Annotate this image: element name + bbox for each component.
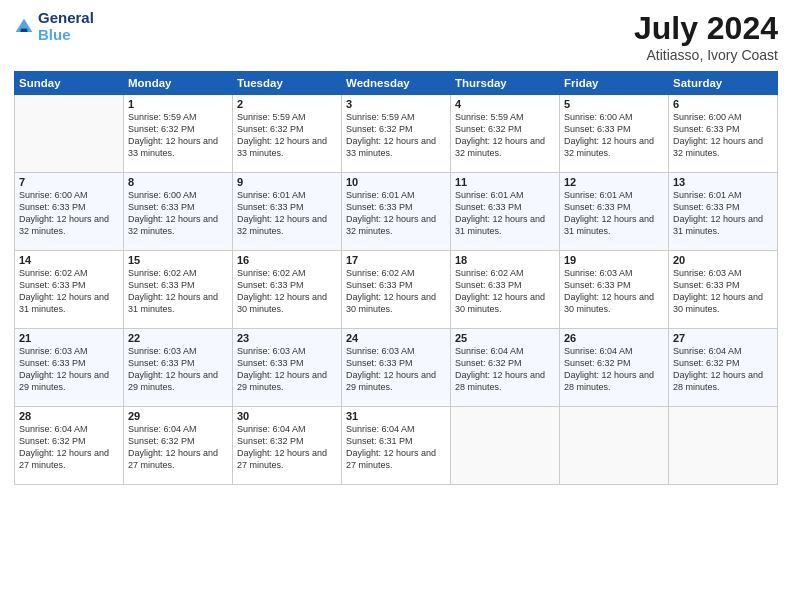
day-detail: Sunrise: 6:03 AMSunset: 6:33 PMDaylight:… [237, 345, 337, 394]
daylight-text: Daylight: 12 hours and 29 minutes. [19, 369, 119, 393]
week-row-3: 14Sunrise: 6:02 AMSunset: 6:33 PMDayligh… [15, 251, 778, 329]
daylight-text: Daylight: 12 hours and 32 minutes. [128, 213, 228, 237]
day-detail: Sunrise: 6:02 AMSunset: 6:33 PMDaylight:… [455, 267, 555, 316]
cell-1-2: 9Sunrise: 6:01 AMSunset: 6:33 PMDaylight… [233, 173, 342, 251]
day-detail: Sunrise: 6:00 AMSunset: 6:33 PMDaylight:… [564, 111, 664, 160]
day-detail: Sunrise: 6:04 AMSunset: 6:32 PMDaylight:… [564, 345, 664, 394]
sunrise-text: Sunrise: 6:03 AM [346, 345, 446, 357]
cell-3-6: 27Sunrise: 6:04 AMSunset: 6:32 PMDayligh… [669, 329, 778, 407]
daylight-text: Daylight: 12 hours and 28 minutes. [673, 369, 773, 393]
daylight-text: Daylight: 12 hours and 30 minutes. [564, 291, 664, 315]
daylight-text: Daylight: 12 hours and 31 minutes. [564, 213, 664, 237]
sunrise-text: Sunrise: 6:03 AM [237, 345, 337, 357]
week-row-2: 7Sunrise: 6:00 AMSunset: 6:33 PMDaylight… [15, 173, 778, 251]
sunset-text: Sunset: 6:33 PM [564, 279, 664, 291]
week-row-5: 28Sunrise: 6:04 AMSunset: 6:32 PMDayligh… [15, 407, 778, 485]
day-detail: Sunrise: 5:59 AMSunset: 6:32 PMDaylight:… [128, 111, 228, 160]
day-detail: Sunrise: 5:59 AMSunset: 6:32 PMDaylight:… [346, 111, 446, 160]
sunset-text: Sunset: 6:33 PM [128, 357, 228, 369]
col-tuesday: Tuesday [233, 72, 342, 95]
daylight-text: Daylight: 12 hours and 30 minutes. [455, 291, 555, 315]
sunrise-text: Sunrise: 6:01 AM [564, 189, 664, 201]
day-number: 1 [128, 98, 228, 110]
day-number: 13 [673, 176, 773, 188]
location-subtitle: Atitiasso, Ivory Coast [634, 47, 778, 63]
day-detail: Sunrise: 6:01 AMSunset: 6:33 PMDaylight:… [564, 189, 664, 238]
day-detail: Sunrise: 6:00 AMSunset: 6:33 PMDaylight:… [128, 189, 228, 238]
logo-icon [14, 17, 34, 37]
sunrise-text: Sunrise: 6:00 AM [19, 189, 119, 201]
day-detail: Sunrise: 6:03 AMSunset: 6:33 PMDaylight:… [564, 267, 664, 316]
day-number: 28 [19, 410, 119, 422]
col-thursday: Thursday [451, 72, 560, 95]
day-detail: Sunrise: 6:02 AMSunset: 6:33 PMDaylight:… [128, 267, 228, 316]
sunrise-text: Sunrise: 6:04 AM [455, 345, 555, 357]
cell-4-3: 31Sunrise: 6:04 AMSunset: 6:31 PMDayligh… [342, 407, 451, 485]
sunrise-text: Sunrise: 6:04 AM [564, 345, 664, 357]
sunset-text: Sunset: 6:33 PM [128, 201, 228, 213]
main-container: General Blue July 2024 Atitiasso, Ivory … [0, 0, 792, 495]
sunset-text: Sunset: 6:32 PM [455, 357, 555, 369]
daylight-text: Daylight: 12 hours and 32 minutes. [237, 213, 337, 237]
sunrise-text: Sunrise: 6:04 AM [19, 423, 119, 435]
daylight-text: Daylight: 12 hours and 28 minutes. [455, 369, 555, 393]
day-number: 17 [346, 254, 446, 266]
cell-1-3: 10Sunrise: 6:01 AMSunset: 6:33 PMDayligh… [342, 173, 451, 251]
sunrise-text: Sunrise: 6:03 AM [673, 267, 773, 279]
day-number: 7 [19, 176, 119, 188]
cell-1-6: 13Sunrise: 6:01 AMSunset: 6:33 PMDayligh… [669, 173, 778, 251]
day-detail: Sunrise: 6:01 AMSunset: 6:33 PMDaylight:… [237, 189, 337, 238]
cell-4-4 [451, 407, 560, 485]
cell-4-6 [669, 407, 778, 485]
sunrise-text: Sunrise: 6:03 AM [564, 267, 664, 279]
col-saturday: Saturday [669, 72, 778, 95]
cell-2-0: 14Sunrise: 6:02 AMSunset: 6:33 PMDayligh… [15, 251, 124, 329]
sunset-text: Sunset: 6:32 PM [19, 435, 119, 447]
daylight-text: Daylight: 12 hours and 29 minutes. [128, 369, 228, 393]
day-detail: Sunrise: 6:03 AMSunset: 6:33 PMDaylight:… [346, 345, 446, 394]
sunset-text: Sunset: 6:33 PM [237, 279, 337, 291]
day-number: 21 [19, 332, 119, 344]
col-wednesday: Wednesday [342, 72, 451, 95]
cell-4-2: 30Sunrise: 6:04 AMSunset: 6:32 PMDayligh… [233, 407, 342, 485]
sunrise-text: Sunrise: 6:02 AM [237, 267, 337, 279]
sunset-text: Sunset: 6:33 PM [455, 201, 555, 213]
sunrise-text: Sunrise: 5:59 AM [237, 111, 337, 123]
cell-1-5: 12Sunrise: 6:01 AMSunset: 6:33 PMDayligh… [560, 173, 669, 251]
cell-3-5: 26Sunrise: 6:04 AMSunset: 6:32 PMDayligh… [560, 329, 669, 407]
sunset-text: Sunset: 6:33 PM [346, 201, 446, 213]
svg-rect-1 [21, 28, 28, 31]
sunrise-text: Sunrise: 6:01 AM [346, 189, 446, 201]
day-detail: Sunrise: 6:03 AMSunset: 6:33 PMDaylight:… [673, 267, 773, 316]
day-number: 3 [346, 98, 446, 110]
day-detail: Sunrise: 6:00 AMSunset: 6:33 PMDaylight:… [19, 189, 119, 238]
sunset-text: Sunset: 6:33 PM [455, 279, 555, 291]
day-detail: Sunrise: 5:59 AMSunset: 6:32 PMDaylight:… [237, 111, 337, 160]
daylight-text: Daylight: 12 hours and 27 minutes. [237, 447, 337, 471]
day-number: 5 [564, 98, 664, 110]
daylight-text: Daylight: 12 hours and 31 minutes. [455, 213, 555, 237]
logo: General Blue [14, 10, 94, 43]
sunrise-text: Sunrise: 6:04 AM [128, 423, 228, 435]
cell-3-2: 23Sunrise: 6:03 AMSunset: 6:33 PMDayligh… [233, 329, 342, 407]
sunset-text: Sunset: 6:33 PM [237, 357, 337, 369]
cell-1-1: 8Sunrise: 6:00 AMSunset: 6:33 PMDaylight… [124, 173, 233, 251]
sunset-text: Sunset: 6:32 PM [237, 435, 337, 447]
daylight-text: Daylight: 12 hours and 28 minutes. [564, 369, 664, 393]
calendar-table: Sunday Monday Tuesday Wednesday Thursday… [14, 71, 778, 485]
day-number: 27 [673, 332, 773, 344]
logo-text: General Blue [38, 10, 94, 43]
day-number: 30 [237, 410, 337, 422]
sunset-text: Sunset: 6:32 PM [564, 357, 664, 369]
day-number: 11 [455, 176, 555, 188]
month-year-title: July 2024 [634, 10, 778, 47]
day-detail: Sunrise: 6:04 AMSunset: 6:32 PMDaylight:… [128, 423, 228, 472]
week-row-4: 21Sunrise: 6:03 AMSunset: 6:33 PMDayligh… [15, 329, 778, 407]
daylight-text: Daylight: 12 hours and 33 minutes. [346, 135, 446, 159]
sunrise-text: Sunrise: 6:01 AM [455, 189, 555, 201]
sunset-text: Sunset: 6:33 PM [564, 201, 664, 213]
sunset-text: Sunset: 6:33 PM [237, 201, 337, 213]
sunset-text: Sunset: 6:33 PM [673, 123, 773, 135]
sunrise-text: Sunrise: 6:02 AM [455, 267, 555, 279]
cell-3-0: 21Sunrise: 6:03 AMSunset: 6:33 PMDayligh… [15, 329, 124, 407]
